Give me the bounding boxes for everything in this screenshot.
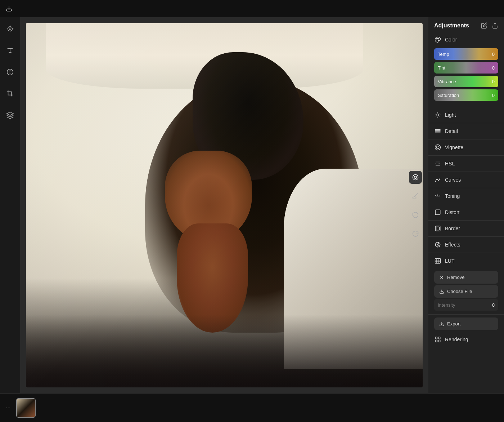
svg-point-14 <box>437 114 439 116</box>
lut-remove-button[interactable]: Remove <box>434 271 498 284</box>
panel-title: Adjustments <box>434 22 469 29</box>
choose-file-label: Choose File <box>447 289 472 294</box>
photo-container[interactable] <box>26 23 423 387</box>
choose-file-button[interactable]: Choose File <box>434 285 498 298</box>
lut-sub-section: Remove Choose File Intensity 0 <box>428 268 504 314</box>
tint-slider[interactable]: Tint 0 <box>434 62 498 74</box>
effects-icon <box>434 241 441 248</box>
light-label: Light <box>445 112 456 118</box>
brush-float-icon[interactable] <box>409 190 422 203</box>
export-button[interactable]: Export <box>434 317 498 330</box>
separator-2 <box>428 123 504 123</box>
svg-point-13 <box>438 39 439 39</box>
lut-label: LUT <box>445 258 454 264</box>
photo-thumbnail[interactable] <box>16 398 36 418</box>
detail-section-item[interactable]: Detail <box>428 124 504 138</box>
distort-icon <box>434 209 441 216</box>
separator-8 <box>428 220 504 221</box>
lut-icon <box>434 257 441 265</box>
saturation-slider[interactable]: Saturation 0 <box>434 89 498 101</box>
separator-4 <box>428 155 504 156</box>
color-label: Color <box>445 37 457 43</box>
hsl-icon <box>434 160 441 167</box>
tint-label: Tint <box>434 65 492 71</box>
vignette-section-item[interactable]: Vignette <box>428 140 504 155</box>
distort-section-item[interactable]: Distort <box>428 205 504 219</box>
lut-section-item[interactable]: LUT <box>428 254 504 268</box>
separator-6 <box>428 188 504 188</box>
svg-point-2 <box>9 28 11 30</box>
border-section-item[interactable]: Border <box>428 221 504 236</box>
svg-rect-39 <box>435 340 437 342</box>
intensity-value: 0 <box>492 302 495 308</box>
hsl-section-item[interactable]: HSL <box>428 156 504 171</box>
svg-rect-28 <box>435 258 441 263</box>
rendering-item[interactable]: Rendering <box>428 332 504 347</box>
saturation-label: Saturation <box>434 93 492 98</box>
vibrance-value: 0 <box>492 79 498 84</box>
effects-label: Effects <box>445 242 460 248</box>
crop-icon[interactable] <box>4 88 16 99</box>
intensity-label: Intensity <box>438 302 455 308</box>
svg-point-15 <box>435 145 441 150</box>
detail-label: Detail <box>445 128 458 134</box>
panel-header-icons <box>481 22 498 29</box>
separator-7 <box>428 204 504 204</box>
vibrance-label: Vibrance <box>434 79 492 84</box>
panel-header: Adjustments <box>428 17 504 32</box>
svg-rect-24 <box>435 210 440 215</box>
thumbnail-image <box>17 399 35 417</box>
curves-section-item[interactable]: Curves <box>428 173 504 187</box>
rendering-icon <box>434 336 441 343</box>
remove-label: Remove <box>447 275 464 280</box>
text-icon[interactable] <box>4 45 16 56</box>
separator-11 <box>428 314 504 315</box>
sticker-icon[interactable] <box>4 66 16 78</box>
left-sidebar <box>0 17 20 393</box>
separator-9 <box>428 236 504 237</box>
tint-value: 0 <box>492 65 498 71</box>
vibrance-slider[interactable]: Vibrance 0 <box>434 76 498 87</box>
separator-3 <box>428 139 504 139</box>
toning-label: Toning <box>445 193 460 199</box>
temp-slider[interactable]: Temp 0 <box>434 48 498 60</box>
toning-icon <box>434 192 441 200</box>
svg-rect-26 <box>436 227 440 230</box>
svg-point-8 <box>413 174 418 180</box>
hsl-label: HSL <box>445 161 455 166</box>
distort-label: Distort <box>445 209 459 215</box>
stack-icon[interactable] <box>4 110 16 121</box>
svg-point-16 <box>436 146 439 149</box>
saturation-value: 0 <box>492 93 498 98</box>
right-float-panel <box>409 171 422 240</box>
more-options-button[interactable]: ··· <box>6 405 10 411</box>
svg-rect-37 <box>435 337 437 339</box>
share-icon[interactable] <box>492 22 498 29</box>
svg-point-1 <box>8 27 13 31</box>
redo-float-icon[interactable] <box>409 227 422 240</box>
vignette-label: Vignette <box>445 145 463 150</box>
toning-section-item[interactable]: Toning <box>428 189 504 203</box>
temp-value: 0 <box>492 52 498 57</box>
svg-rect-38 <box>438 337 440 339</box>
undo-float-icon[interactable] <box>409 208 422 221</box>
svg-point-7 <box>7 69 13 75</box>
svg-rect-40 <box>438 340 440 342</box>
more-label: ··· <box>6 405 10 411</box>
svg-point-9 <box>414 176 417 178</box>
pencil-icon[interactable] <box>481 22 487 29</box>
vignette-float-icon[interactable] <box>409 171 422 184</box>
download-button[interactable] <box>6 5 12 12</box>
layers-icon[interactable] <box>4 23 16 35</box>
color-section-item[interactable]: Color <box>428 32 504 47</box>
canvas-area <box>20 17 428 393</box>
svg-point-11 <box>436 39 437 39</box>
dog-photo <box>26 23 423 387</box>
separator-5 <box>428 172 504 172</box>
intensity-row[interactable]: Intensity 0 <box>434 299 498 311</box>
effects-section-item[interactable]: Effects <box>428 237 504 252</box>
border-label: Border <box>445 226 460 231</box>
top-bar <box>0 0 504 17</box>
border-icon <box>434 225 441 232</box>
light-section-item[interactable]: Light <box>428 108 504 122</box>
